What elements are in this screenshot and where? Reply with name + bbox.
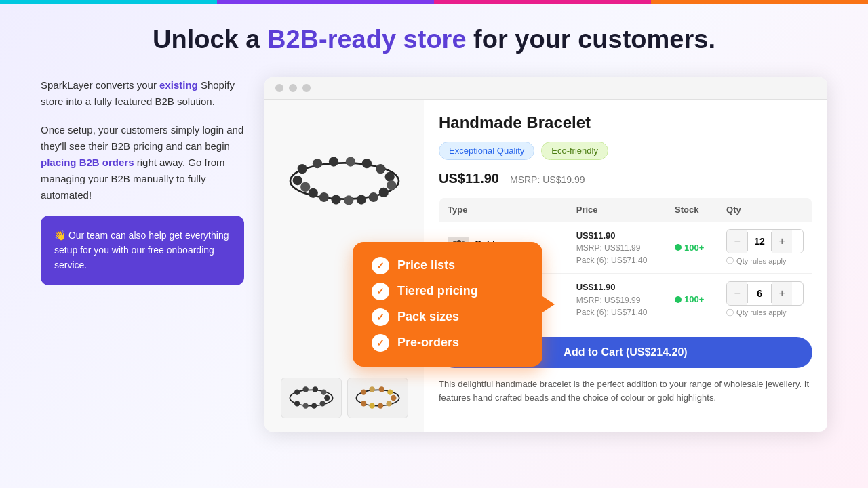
- left-column: SparkLayer converts your existing Shopif…: [41, 77, 244, 285]
- variant-stock-gold: 100+: [667, 222, 718, 274]
- feature-label-1: Price lists: [397, 258, 455, 272]
- svg-point-19: [294, 389, 300, 394]
- feature-tiered-pricing: ✓ Tiered pricing: [372, 283, 524, 300]
- qty-control-gold[interactable]: − 12 +: [726, 229, 804, 253]
- svg-point-15: [308, 188, 317, 197]
- variant-price-coloured: US$11.90 MSRP: US$19.99 Pack (6): US$71.…: [568, 274, 667, 326]
- tag-eco-friendly: Eco-friendly: [541, 142, 608, 160]
- price-row: US$11.90 MSRP: US$19.99: [439, 171, 812, 186]
- svg-point-30: [369, 386, 374, 392]
- browser-mockup: ✓ Price lists ✓ Tiered pricing ✓ Pack si…: [264, 77, 827, 432]
- feature-label-4: Pre-orders: [397, 336, 459, 350]
- existing-link[interactable]: existing: [159, 79, 198, 91]
- product-description: This delightful handmade bracelet is the…: [439, 378, 812, 406]
- svg-point-23: [324, 394, 330, 400]
- svg-point-17: [292, 176, 302, 185]
- feature-price-lists: ✓ Price lists: [372, 257, 524, 274]
- svg-point-13: [331, 195, 340, 204]
- svg-point-16: [300, 182, 310, 191]
- product-main-image: [277, 113, 412, 249]
- product-tags: Exceptional Quality Eco-friendly: [439, 142, 812, 160]
- qty-value-coloured: 6: [747, 284, 772, 303]
- intro-paragraph-2: Once setup, your customers simply login …: [41, 122, 244, 203]
- headline-prefix: Unlock a: [153, 25, 267, 54]
- svg-point-10: [368, 192, 378, 201]
- cta-icon: 👋: [54, 230, 66, 241]
- thumb-1[interactable]: [281, 378, 342, 418]
- svg-point-12: [344, 195, 353, 205]
- svg-point-26: [302, 403, 308, 408]
- qty-rules-coloured: ⓘ Qty rules apply: [726, 308, 804, 318]
- browser-dot-3: [302, 84, 311, 92]
- product-msrp: MSRP: US$19.99: [510, 174, 585, 185]
- svg-point-5: [361, 159, 371, 168]
- variant-price-gold: US$11.90 MSRP: US$11.99 Pack (6): US$71.…: [568, 222, 667, 274]
- variant-qty-gold: − 12 + ⓘ Qty rules apply: [718, 222, 812, 274]
- bracelet-illustration: [283, 154, 406, 208]
- col-stock: Stock: [667, 197, 718, 222]
- headline-suffix: for your customers.: [467, 25, 715, 54]
- feature-label-2: Tiered pricing: [397, 284, 478, 298]
- svg-point-6: [376, 164, 385, 174]
- feature-pre-orders: ✓ Pre-orders: [372, 334, 524, 352]
- feature-label-3: Pack sizes: [397, 310, 459, 324]
- browser-topbar: [264, 77, 827, 100]
- svg-point-3: [328, 157, 338, 166]
- qty-control-coloured[interactable]: − 6 +: [726, 281, 804, 306]
- b2b-orders-link[interactable]: placing B2B orders: [41, 157, 134, 168]
- check-icon-2: ✓: [372, 283, 389, 300]
- svg-point-27: [294, 401, 300, 406]
- qty-value-gold: 12: [747, 232, 772, 251]
- cta-box: 👋 Our team can also help get everything …: [41, 216, 244, 285]
- cta-text: Our team can also help get everything se…: [54, 230, 229, 271]
- product-title: Handmade Bracelet: [439, 113, 812, 132]
- col-type: Type: [439, 197, 568, 222]
- svg-point-7: [384, 171, 394, 181]
- svg-point-20: [302, 386, 308, 392]
- svg-point-29: [361, 389, 366, 394]
- col-qty: Qty: [718, 197, 812, 222]
- qty-rules-gold: ⓘ Qty rules apply: [726, 256, 804, 266]
- svg-point-2: [312, 159, 321, 168]
- variant-qty-coloured: − 6 + ⓘ Qty rules apply: [718, 274, 812, 326]
- svg-point-25: [311, 403, 317, 408]
- card-arrow: [542, 296, 555, 312]
- variant-stock-coloured: 100+: [667, 274, 718, 326]
- svg-point-4: [345, 157, 355, 166]
- qty-increase-gold[interactable]: +: [772, 230, 792, 253]
- check-icon-1: ✓: [372, 257, 389, 274]
- svg-point-8: [387, 180, 396, 190]
- qty-increase-coloured[interactable]: +: [772, 282, 792, 305]
- tag-exceptional-quality: Exceptional Quality: [439, 142, 534, 160]
- headline-highlight: B2B-ready store: [267, 25, 467, 54]
- feature-pack-sizes: ✓ Pack sizes: [372, 308, 524, 326]
- svg-point-32: [387, 389, 393, 394]
- svg-point-33: [391, 394, 396, 400]
- product-thumbnails: [281, 371, 408, 418]
- col-price: Price: [568, 197, 667, 222]
- page-headline: Unlock a B2B-ready store for your custom…: [41, 24, 827, 56]
- svg-point-31: [378, 386, 384, 392]
- browser-dot-2: [289, 84, 297, 92]
- svg-point-11: [356, 195, 366, 204]
- intro-paragraph-1: SparkLayer converts your existing Shopif…: [41, 77, 244, 110]
- svg-point-36: [369, 403, 374, 408]
- product-image-column: ✓ Price lists ✓ Tiered pricing ✓ Pack si…: [264, 100, 424, 432]
- check-icon-4: ✓: [372, 334, 389, 352]
- check-icon-3: ✓: [372, 308, 389, 326]
- svg-point-22: [321, 389, 326, 394]
- svg-point-14: [319, 192, 328, 201]
- browser-dot-1: [275, 84, 283, 92]
- svg-point-24: [319, 401, 325, 406]
- svg-point-21: [312, 386, 317, 392]
- qty-decrease-gold[interactable]: −: [727, 230, 747, 253]
- svg-point-1: [297, 164, 307, 174]
- qty-decrease-coloured[interactable]: −: [727, 282, 747, 305]
- svg-point-35: [378, 403, 383, 408]
- svg-point-37: [361, 401, 366, 406]
- thumb-2[interactable]: [347, 378, 408, 418]
- feature-card: ✓ Price lists ✓ Tiered pricing ✓ Pack si…: [353, 242, 542, 367]
- svg-point-34: [386, 401, 391, 406]
- product-price: US$11.90: [439, 171, 499, 186]
- svg-point-9: [378, 187, 388, 197]
